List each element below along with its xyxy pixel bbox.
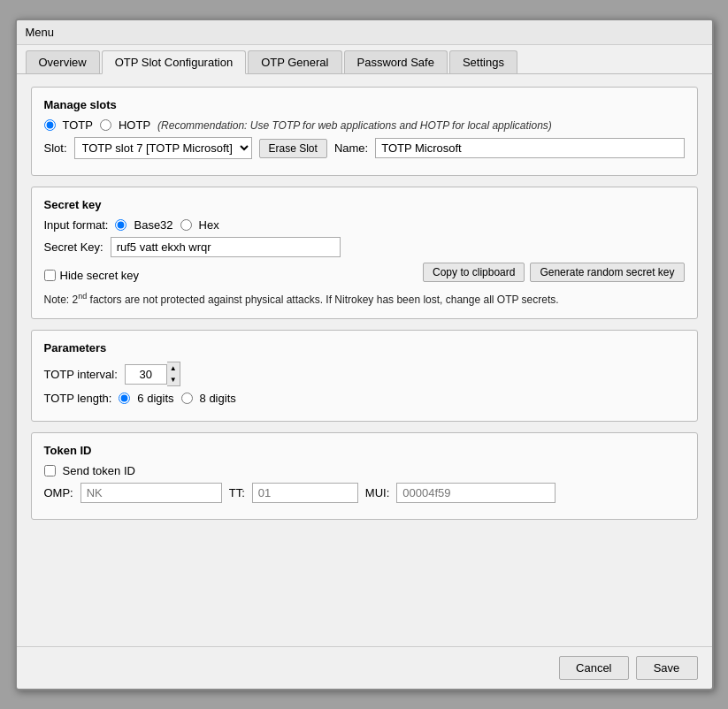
slot-select[interactable]: TOTP slot 7 [TOTP Microsoft] <box>74 137 252 159</box>
note-sup: nd <box>78 292 87 301</box>
totp-length-row: TOTP length: 6 digits 8 digits <box>44 392 685 405</box>
name-input[interactable] <box>375 138 684 158</box>
tt-input[interactable] <box>252 483 358 503</box>
spinner-down[interactable]: ▼ <box>167 374 180 385</box>
tab-settings[interactable]: Settings <box>449 50 517 73</box>
input-format-row: Input format: Base32 Hex <box>44 218 685 232</box>
manage-slots-title: Manage slots <box>44 98 685 111</box>
hide-secret-checkbox[interactable] <box>44 270 56 281</box>
parameters-section: Parameters TOTP interval: ▲ ▼ TOTP lengt… <box>31 330 698 422</box>
6digits-label: 6 digits <box>137 392 173 405</box>
secret-key-input[interactable] <box>111 237 341 257</box>
copy-generate-row: Copy to clipboard Generate random secret… <box>423 263 684 282</box>
input-format-label: Input format: <box>44 218 109 232</box>
manage-slots-section: Manage slots TOTP HOTP (Recommendation: … <box>31 87 698 176</box>
parameters-title: Parameters <box>44 341 685 354</box>
send-token-checkbox[interactable] <box>44 465 56 476</box>
hide-row: Hide secret key <box>44 269 140 282</box>
send-token-row: Send token ID <box>44 464 685 477</box>
key-actions-row: Hide secret key Copy to clipboard Genera… <box>44 263 685 286</box>
tab-otp-slot[interactable]: OTP Slot Configuration <box>102 50 246 74</box>
hide-secret-label: Hide secret key <box>60 269 140 282</box>
tab-otp-general[interactable]: OTP General <box>248 50 341 73</box>
tab-overview[interactable]: Overview <box>26 50 100 73</box>
token-id-section: Token ID Send token ID OMP: TT: MUI: <box>31 432 698 520</box>
generate-random-key-button[interactable]: Generate random secret key <box>530 263 684 282</box>
mui-input[interactable] <box>396 483 556 503</box>
totp-hotp-row: TOTP HOTP (Recommendation: Use TOTP for … <box>44 118 685 132</box>
cancel-button[interactable]: Cancel <box>559 656 628 680</box>
omp-tt-mui-row: OMP: TT: MUI: <box>44 483 685 503</box>
note-text: Note: 2nd factors are not protected agai… <box>44 291 685 308</box>
hex-label: Hex <box>199 218 219 232</box>
note-suffix: factors are not protected against physic… <box>87 294 558 306</box>
mui-label: MUI: <box>365 486 389 499</box>
base32-radio[interactable] <box>115 219 126 231</box>
slot-row: Slot: TOTP slot 7 [TOTP Microsoft] Erase… <box>44 137 685 159</box>
totp-label: TOTP <box>63 118 93 132</box>
secret-key-label: Secret Key: <box>44 240 103 254</box>
totp-interval-input[interactable] <box>125 364 167 385</box>
totp-interval-spinner: ▲ ▼ <box>125 362 180 386</box>
totp-interval-label: TOTP interval: <box>44 368 118 381</box>
main-window: Menu Overview OTP Slot Configuration OTP… <box>15 19 714 690</box>
base32-label: Base32 <box>134 218 172 232</box>
totp-length-label: TOTP length: <box>44 392 112 405</box>
omp-label: OMP: <box>44 486 73 499</box>
omp-input[interactable] <box>80 483 222 503</box>
tab-password-safe[interactable]: Password Safe <box>344 50 448 73</box>
bottom-bar: Cancel Save <box>17 646 712 689</box>
8digits-label: 8 digits <box>200 392 236 405</box>
hotp-radio[interactable] <box>100 119 111 131</box>
name-label: Name: <box>334 141 368 155</box>
title-bar: Menu <box>17 20 712 45</box>
recommendation-note: (Recommendation: Use TOTP for web applic… <box>157 119 552 132</box>
6digits-radio[interactable] <box>119 393 130 404</box>
spinner-arrows: ▲ ▼ <box>167 362 180 386</box>
8digits-radio[interactable] <box>181 393 193 404</box>
note-prefix: Note: 2 <box>44 294 79 306</box>
spinner-up[interactable]: ▲ <box>167 362 180 374</box>
secret-key-row: Secret Key: <box>44 237 685 257</box>
window-title: Menu <box>26 26 55 39</box>
copy-to-clipboard-button[interactable]: Copy to clipboard <box>423 263 525 282</box>
main-content: Manage slots TOTP HOTP (Recommendation: … <box>17 74 712 646</box>
secret-key-section: Secret key Input format: Base32 Hex Secr… <box>31 187 698 319</box>
token-id-title: Token ID <box>44 444 685 457</box>
tab-bar: Overview OTP Slot Configuration OTP Gene… <box>17 45 712 74</box>
send-token-label: Send token ID <box>63 464 135 477</box>
erase-slot-button[interactable]: Erase Slot <box>259 139 327 158</box>
slot-label: Slot: <box>44 141 67 155</box>
hotp-label: HOTP <box>119 118 150 132</box>
hex-radio[interactable] <box>180 219 192 231</box>
tt-label: TT: <box>229 486 245 499</box>
save-button[interactable]: Save <box>636 656 698 680</box>
totp-radio[interactable] <box>44 119 56 131</box>
secret-key-title: Secret key <box>44 198 685 211</box>
totp-interval-row: TOTP interval: ▲ ▼ <box>44 362 685 386</box>
